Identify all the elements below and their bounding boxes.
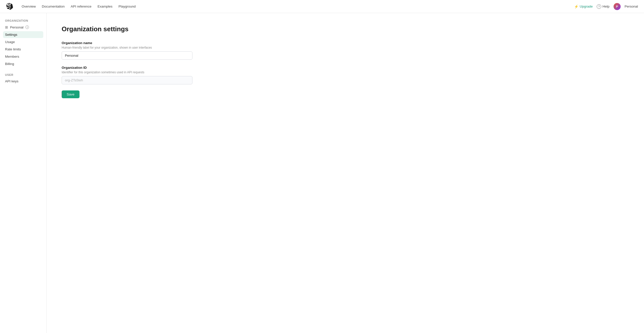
building-icon: ⊞	[5, 25, 8, 29]
nav-right: ⚡ Upgrade ? Help P Personal	[574, 3, 638, 10]
sidebar-item-rate-limits-label: Rate limits	[5, 47, 21, 51]
sidebar-item-api-keys-label: API keys	[5, 79, 18, 83]
sidebar-item-rate-limits[interactable]: Rate limits	[3, 46, 43, 53]
page-title: Organization settings	[62, 25, 629, 33]
help-button[interactable]: ? Help	[597, 4, 610, 9]
org-id-input[interactable]	[62, 76, 192, 84]
sidebar-item-billing[interactable]: Billing	[3, 60, 43, 67]
save-button[interactable]: Save	[62, 90, 79, 98]
sidebar: ORGANIZATION ⊞ Personal i Settings Usage…	[0, 13, 47, 333]
sidebar-item-personal-label: Personal	[10, 25, 23, 29]
sidebar-item-api-keys[interactable]: API keys	[3, 78, 43, 85]
top-navigation: Overview Documentation API reference Exa…	[0, 0, 644, 13]
nav-examples[interactable]: Examples	[95, 3, 115, 10]
main-content: Organization settings Organization name …	[47, 13, 644, 333]
help-label: Help	[602, 5, 610, 8]
user-section-label: USER	[3, 73, 43, 76]
nav-overview[interactable]: Overview	[19, 3, 38, 10]
org-name-label: Organization name	[62, 41, 192, 45]
upgrade-icon: ⚡	[574, 5, 578, 9]
sidebar-item-usage-label: Usage	[5, 40, 15, 44]
sidebar-item-personal[interactable]: ⊞ Personal i	[3, 24, 43, 31]
info-icon: i	[25, 25, 29, 29]
org-id-hint: Identifier for this organization sometim…	[62, 71, 192, 74]
sidebar-item-billing-label: Billing	[5, 62, 14, 66]
user-section: USER API keys	[3, 73, 43, 85]
org-name-group: Organization name Human-friendly label f…	[62, 41, 192, 60]
upgrade-label: Upgrade	[580, 5, 593, 8]
user-label[interactable]: Personal	[625, 5, 638, 8]
avatar[interactable]: P	[614, 3, 621, 10]
org-name-input[interactable]	[62, 51, 192, 60]
sidebar-item-settings-label: Settings	[5, 33, 17, 37]
nav-documentation[interactable]: Documentation	[39, 3, 67, 10]
org-id-label: Organization ID	[62, 66, 192, 70]
upgrade-button[interactable]: ⚡ Upgrade	[574, 5, 593, 9]
sidebar-item-members[interactable]: Members	[3, 53, 43, 60]
form-section: Organization name Human-friendly label f…	[62, 41, 192, 98]
sidebar-item-usage[interactable]: Usage	[3, 39, 43, 45]
nav-links: Overview Documentation API reference Exa…	[19, 3, 574, 10]
help-icon: ?	[597, 4, 601, 9]
layout: ORGANIZATION ⊞ Personal i Settings Usage…	[0, 13, 644, 333]
sidebar-item-settings[interactable]: Settings	[3, 31, 43, 38]
sidebar-item-members-label: Members	[5, 55, 19, 58]
org-section: ORGANIZATION ⊞ Personal i Settings Usage…	[3, 19, 43, 67]
org-id-group: Organization ID Identifier for this orga…	[62, 66, 192, 84]
nav-playground[interactable]: Playground	[116, 3, 138, 10]
org-section-label: ORGANIZATION	[3, 19, 43, 22]
nav-api-reference[interactable]: API reference	[68, 3, 94, 10]
logo[interactable]	[6, 3, 13, 10]
org-name-hint: Human-friendly label for your organizati…	[62, 46, 192, 49]
